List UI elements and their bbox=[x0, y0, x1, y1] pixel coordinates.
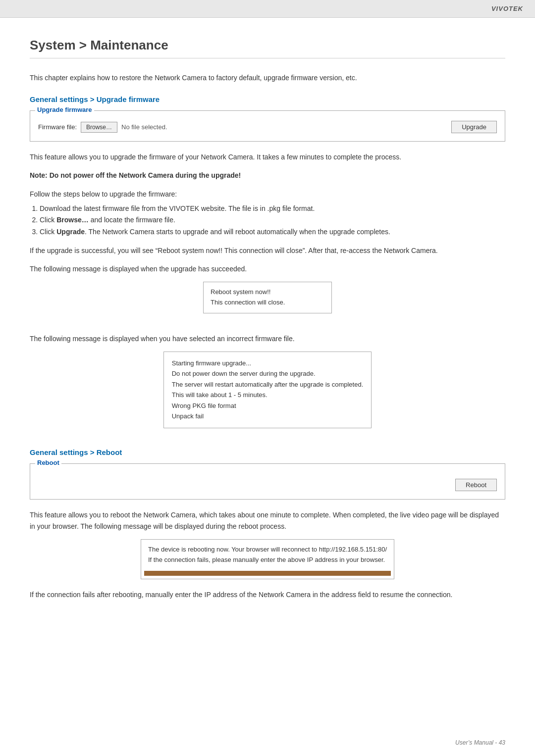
reboot-message-box: The device is rebooting now. Your browse… bbox=[141, 539, 394, 580]
brand-label: VIVOTEK bbox=[491, 5, 523, 12]
success-message-intro: The following message is displayed when … bbox=[30, 263, 505, 275]
success-note: If the upgrade is successful, you will s… bbox=[30, 245, 505, 256]
upgrade-firmware-widget: Upgrade firmware Firmware file: Browse… … bbox=[30, 110, 505, 142]
no-file-text: No file selected. bbox=[121, 123, 167, 131]
reboot-widget: Reboot Reboot bbox=[30, 463, 505, 500]
reboot-button[interactable]: Reboot bbox=[455, 479, 497, 491]
success-message-wrapper: Reboot system now!!This connection will … bbox=[30, 282, 505, 323]
widget2-title: Reboot bbox=[35, 459, 61, 466]
success-message-text: Reboot system now!!This connection will … bbox=[211, 288, 285, 306]
reboot-progress-bar bbox=[144, 571, 391, 576]
feature-text: This feature allows you to upgrade the f… bbox=[30, 151, 505, 163]
closing-text: If the connection fails after rebooting,… bbox=[30, 589, 505, 601]
widget1-title: Upgrade firmware bbox=[35, 106, 94, 113]
step-2: Click Browse… and locate the firmware fi… bbox=[40, 214, 505, 226]
intro-text: This chapter explains how to restore the… bbox=[30, 72, 505, 83]
content-area: System > Maintenance This chapter explai… bbox=[0, 18, 535, 637]
success-message-box: Reboot system now!!This connection will … bbox=[203, 282, 332, 313]
page-title: System > Maintenance bbox=[30, 38, 505, 58]
reboot-line2: If the connection fails, please manually… bbox=[148, 556, 385, 563]
error-message-text: Starting firmware upgrade... Do not powe… bbox=[172, 359, 364, 420]
note-text: Note: Do not power off the Network Camer… bbox=[30, 170, 505, 181]
upgrade-button[interactable]: Upgrade bbox=[451, 121, 497, 133]
section1-heading: General settings > Upgrade firmware bbox=[30, 95, 505, 103]
error-message-box: Starting firmware upgrade... Do not powe… bbox=[163, 352, 372, 428]
steps-list: Download the latest firmware file from t… bbox=[40, 203, 505, 238]
section2-heading: General settings > Reboot bbox=[30, 448, 505, 456]
firmware-row: Firmware file: Browse… No file selected.… bbox=[38, 121, 497, 133]
reboot-message-text: The device is rebooting now. Your browse… bbox=[141, 540, 394, 568]
browse-button[interactable]: Browse… bbox=[81, 122, 117, 133]
step-1: Download the latest firmware file from t… bbox=[40, 203, 505, 215]
error-message-wrapper: Starting firmware upgrade... Do not powe… bbox=[30, 352, 505, 438]
reboot-line1: The device is rebooting now. Your browse… bbox=[148, 546, 387, 553]
header-bar: VIVOTEK bbox=[0, 0, 535, 18]
reboot-message-wrapper: The device is rebooting now. Your browse… bbox=[30, 539, 505, 580]
reboot-feature-text: This feature allows you to reboot the Ne… bbox=[30, 509, 505, 532]
step-3: Click Upgrade. The Network Camera starts… bbox=[40, 226, 505, 238]
error-message-intro: The following message is displayed when … bbox=[30, 333, 505, 345]
footer-text: User’s Manual - 43 bbox=[455, 739, 505, 746]
firmware-file-label: Firmware file: bbox=[38, 123, 77, 131]
follow-steps-text: Follow the steps below to upgrade the fi… bbox=[30, 189, 505, 200]
